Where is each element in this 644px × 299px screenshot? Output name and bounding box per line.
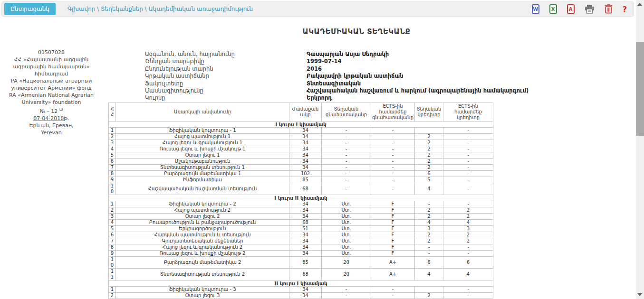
page-title: ԱԿԱԴԵՄԻԱԿԱՆ ՏԵՂԵԿԱՆՔ: [145, 28, 568, 36]
cell-local-credit: [415, 128, 443, 134]
cell-local-grade: -: [322, 165, 371, 171]
cell-local-grade: Ստ.: [322, 214, 371, 220]
cell-subject-name: Ինֆորմատիկա: [116, 177, 289, 183]
print-icon[interactable]: [585, 5, 595, 14]
course-row: 6Մշակութաբանություն34--2-: [109, 159, 493, 165]
cell-subject-name: Բարձրագույն մաթեմատիկա 1: [116, 171, 289, 177]
cell-subject-name: Հարկման պատմություն և տեսություն: [116, 232, 289, 238]
course-row: 2Հայոց պատմություն 134--2-: [109, 134, 493, 140]
cell-row-number: 5: [109, 152, 116, 159]
cell-ects-credit: -: [443, 128, 493, 134]
cell-local-grade: Ստ.: [322, 232, 371, 238]
cell-hours: 34: [289, 152, 322, 159]
cell-row-number: 2: [109, 207, 116, 214]
transcript-table: ՀՀԱռարկայի անվանումըԺամաքանակըՏեղական գն…: [108, 103, 493, 299]
scrollbar-thumb[interactable]: [636, 42, 644, 136]
course-row: 10Բարձրագույն մաթեմատիկա 28520A+66: [109, 257, 493, 269]
cell-subject-name: Օտար լեզու 1: [116, 152, 289, 159]
cell-ects-credit: -: [443, 251, 493, 257]
vertical-scrollbar[interactable]: [636, 0, 644, 299]
cell-row-number: 9: [109, 177, 116, 183]
export-word-icon[interactable]: W: [532, 4, 539, 14]
semester-section-row: I կուրս II կիսամյակ: [109, 195, 493, 201]
cell-local-credit: 2: [415, 232, 443, 238]
cell-local-credit: 4: [415, 183, 443, 195]
help-icon[interactable]: ?: [623, 5, 627, 14]
cell-ects-credit: 2: [443, 214, 493, 220]
cell-row-number: 9: [109, 251, 116, 257]
column-header-local-grade: Տեղական գնահատականը: [322, 103, 371, 121]
cell-hours: 51: [289, 226, 322, 232]
cell-subject-name: Հայոց պատմություն 1: [116, 134, 289, 140]
cell-row-number: 2: [109, 134, 116, 140]
cell-hours: 85: [289, 257, 322, 269]
cell-local-grade: Ստ.: [322, 238, 371, 244]
field-label: Ֆակուլտետը: [145, 80, 307, 87]
cell-ects-grade: -: [371, 287, 415, 293]
course-row: 7Տնտեսագիտության տեսություն 134--2-: [109, 165, 493, 171]
cell-ects-credit: -: [443, 152, 493, 159]
cell-ects-credit: 4: [443, 220, 493, 226]
cell-hours: 68: [289, 183, 322, 195]
menu-button[interactable]: Ընտրացանկ: [4, 3, 56, 15]
certificate-number: № – 12 ա: [4, 106, 99, 115]
field-label: Կուրսը: [145, 94, 307, 102]
cell-row-number: 7: [109, 165, 116, 171]
cell-local-grade: -: [322, 134, 371, 140]
column-header-ects-credit: ECTS-ին համարժեք կրեդիտը: [443, 103, 493, 121]
cell-ects-credit: -: [443, 201, 493, 207]
cell-subject-name: Բարձրագույն մաթեմատիկա 2: [116, 257, 289, 269]
cell-row-number: 11: [109, 269, 116, 280]
cell-ects-credit: 2: [443, 207, 493, 214]
cell-row-number: 8: [109, 244, 116, 251]
cell-subject-name: Հայոց պատմություն 2: [116, 207, 289, 214]
field-label: Մասնագիտությունը: [145, 87, 307, 94]
toolbar-icons: W X A: [532, 4, 627, 14]
cell-local-credit: 2: [415, 238, 443, 244]
field-value: Գասպարյան Ասյա Սեդրակի: [307, 51, 389, 58]
cell-row-number: 3: [109, 140, 116, 146]
cell-local-grade: Ստ.: [322, 244, 371, 251]
course-row: 4Բուսաբուծություն և բանջարաբուծություն68…: [109, 220, 493, 226]
column-header-local-credit: Տեղական կրեդիտը: [415, 103, 443, 121]
cell-hours: 68: [289, 220, 322, 226]
delete-icon[interactable]: [605, 4, 613, 14]
cell-ects-credit: -: [443, 146, 493, 152]
field-label: Ազգանուն, անուն, հայրանունը: [145, 51, 307, 58]
cell-ects-grade: F: [371, 201, 415, 207]
cell-local-credit: 2: [415, 165, 443, 171]
course-row: 2Հայոց պատմություն 234Ստ.F22: [109, 207, 493, 214]
cell-local-credit: -: [415, 251, 443, 257]
toolbar: Ընտրացանկ Գլխավոր \ Տեղեկանքներ \ Ակադեմ…: [1, 1, 634, 17]
breadcrumb[interactable]: Գլխավոր \ Տեղեկանքներ \ Ակադեմիական առաջ…: [67, 6, 253, 12]
export-pdf-icon[interactable]: A: [567, 4, 575, 14]
scroll-down-icon[interactable]: [637, 293, 642, 296]
cell-ects-credit: -: [443, 177, 493, 183]
course-row: 5Երկրագործություն51Ստ.F33: [109, 226, 493, 232]
cell-subject-name: Տնտեսագիտության տեսություն 2: [116, 269, 289, 280]
field-value: Բակալավրի կրթական աստիճան: [307, 73, 404, 80]
cell-subject-name: Հայոց լեզու և գրականություն 1: [116, 140, 289, 146]
cell-ects-credit: -: [443, 171, 493, 177]
cell-local-credit: 5: [415, 177, 443, 183]
cell-hours: 34: [289, 244, 322, 251]
column-header-hours: Ժամաքանակը: [289, 103, 322, 121]
cell-ects-grade: -: [371, 128, 415, 134]
field-value: 2016: [307, 65, 322, 73]
cell-local-credit: -: [415, 244, 443, 251]
cell-hours: 85: [289, 177, 322, 183]
cell-row-number: 5: [109, 226, 116, 232]
cell-row-number: 6: [109, 232, 116, 238]
university-name-hy: ՀՀ «Հայաստանի ազգային ագրարային համալսար…: [4, 56, 99, 77]
cell-local-credit: 2: [415, 140, 443, 146]
university-name-ru: РА «Национальный аграрный университет Ар…: [4, 77, 99, 92]
export-excel-icon[interactable]: X: [549, 4, 557, 14]
scroll-up-icon[interactable]: [637, 3, 642, 6]
cell-ects-grade: A+: [371, 257, 415, 269]
cell-local-grade: -: [322, 152, 371, 159]
cell-ects-grade: -: [371, 134, 415, 140]
student-field-row: Ազգանուն, անուն, հայրանունըԳասպարյան Ասյ…: [145, 51, 573, 58]
cell-subject-name: Մշակութաբանություն: [116, 159, 289, 165]
cell-local-grade: -: [322, 177, 371, 183]
cell-subject-name: Գյուղատնտեսական մեքենաներ: [116, 238, 289, 244]
